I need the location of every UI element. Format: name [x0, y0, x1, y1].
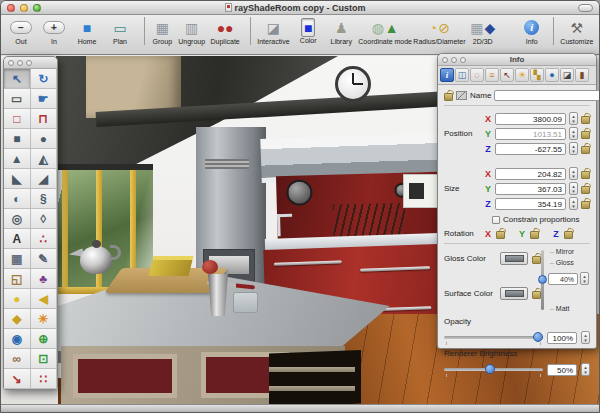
tab-pattern[interactable]: ▚ [530, 68, 544, 82]
palette-zoom-button[interactable] [26, 60, 32, 66]
tb-in[interactable]: + In [42, 17, 66, 45]
tab-selection[interactable]: ◌ [470, 68, 484, 82]
toolbar-toggle-button[interactable] [578, 4, 593, 12]
tb-coordinate-mode[interactable]: ◍ ▲ Coordinate mode [362, 17, 408, 45]
tool-ramp[interactable]: ◣ [4, 169, 31, 189]
tool-globe[interactable]: ◉ [4, 329, 31, 349]
tb-library[interactable]: ♟ Library [329, 17, 353, 45]
gloss-lock-icon[interactable] [532, 253, 541, 264]
tool-directional-light[interactable]: ◆ [4, 309, 31, 329]
lock-icon[interactable] [581, 113, 590, 124]
name-input[interactable] [494, 90, 600, 101]
brightness-slider-thumb[interactable] [485, 364, 495, 374]
tb-out[interactable]: − Out [9, 17, 33, 45]
tool-torus[interactable]: ◎ [4, 209, 31, 229]
tab-door[interactable]: ▮ [575, 68, 589, 82]
tool-spot-speaker[interactable]: ◀ [31, 289, 58, 309]
tab-material[interactable]: ● [545, 68, 559, 82]
tool-opening[interactable]: ◱ [4, 269, 31, 289]
size-value-field[interactable]: 204.82 [495, 168, 566, 180]
rotation-lock-icon[interactable] [530, 228, 539, 239]
tool-focus[interactable]: ⊡ [31, 349, 58, 369]
tb-customize[interactable]: ⚒ Customize [553, 17, 591, 45]
tab-sliders[interactable]: ≡ [485, 68, 499, 82]
tb-duplicate[interactable]: ●● Duplicate [213, 17, 238, 45]
tool-hemisphere[interactable]: ◐ [4, 189, 31, 209]
tool-node-graph[interactable]: ∷ [31, 369, 58, 389]
tool-move[interactable]: ⊕ [31, 329, 58, 349]
tool-point-path[interactable]: ∴ [31, 229, 58, 249]
tool-plane[interactable]: ▦ [4, 249, 31, 269]
stepper[interactable] [569, 197, 578, 210]
tool-solid-circle[interactable]: ● [31, 129, 58, 149]
tool-link[interactable]: ∞ [4, 349, 31, 369]
tab-cursor[interactable]: ↖ [500, 68, 514, 82]
close-button[interactable] [7, 4, 15, 12]
tool-draw-polyline[interactable]: ⊓ [31, 109, 58, 129]
opacity-slider-thumb[interactable] [533, 332, 543, 342]
tab-light[interactable]: ☀ [515, 68, 529, 82]
surface-lock-icon[interactable] [532, 288, 541, 299]
tool-pyramid[interactable]: ◭ [31, 149, 58, 169]
position-value-field[interactable]: 3800.09 [495, 113, 566, 125]
opacity-value-field[interactable]: 100% [547, 332, 577, 344]
tool-select-arrow[interactable]: ↖ [4, 69, 31, 89]
object-color-swatch[interactable] [456, 91, 467, 100]
palette-close-button[interactable] [8, 60, 14, 66]
tool-wedge[interactable]: ◢ [31, 169, 58, 189]
rotation-lock-icon[interactable] [496, 228, 505, 239]
brightness-value-field[interactable]: 50% [547, 364, 577, 376]
constrain-checkbox[interactable] [492, 216, 500, 224]
tool-light-bulb[interactable]: ● [4, 289, 31, 309]
tb-color[interactable]: ■ Color [296, 17, 320, 44]
size-value-field[interactable]: 367.03 [495, 183, 566, 195]
tool-pan-hand[interactable]: ☛ [31, 89, 58, 109]
finish-value-field[interactable]: 40% [548, 273, 578, 285]
minimize-button[interactable] [20, 4, 28, 12]
tool-transform-arrows[interactable]: ↘ [4, 369, 31, 389]
tool-plant[interactable]: ♣ [31, 269, 58, 289]
lock-icon[interactable] [581, 198, 590, 209]
lock-icon[interactable] [581, 183, 590, 194]
palette-minimize-button[interactable] [17, 60, 23, 66]
tb-radius-diameter[interactable]: ◔ ⊘ Radius/Diameter [417, 17, 462, 45]
tool-cone[interactable]: ▲ [4, 149, 31, 169]
stepper[interactable] [581, 331, 590, 344]
tab-clapper[interactable]: ◪ [560, 68, 574, 82]
tb-info[interactable]: i Info [520, 17, 544, 45]
finish-slider-track[interactable] [541, 250, 544, 310]
lock-icon[interactable] [581, 168, 590, 179]
size-value-field[interactable]: 354.19 [495, 198, 566, 210]
tool-draw-rect[interactable]: □ [4, 109, 31, 129]
position-value-field[interactable]: -627.55 [495, 143, 566, 155]
tab-info[interactable]: i [440, 68, 454, 82]
opacity-slider-track[interactable] [444, 336, 543, 339]
tool-spring[interactable]: § [31, 189, 58, 209]
stepper[interactable] [581, 363, 590, 376]
tb-ungroup[interactable]: ▥ Ungroup [180, 17, 204, 45]
lock-icon[interactable] [581, 143, 590, 154]
stepper[interactable] [569, 127, 578, 140]
name-lock-icon[interactable] [444, 90, 453, 101]
gloss-color-swatch[interactable] [500, 252, 528, 265]
stepper[interactable] [569, 167, 578, 180]
tool-text[interactable]: A [4, 229, 31, 249]
brightness-slider-track[interactable] [444, 368, 543, 371]
tool-eyedropper[interactable]: ✎ [31, 249, 58, 269]
tool-solid-square[interactable]: ■ [4, 129, 31, 149]
stepper[interactable] [580, 272, 589, 285]
rotation-lock-icon[interactable] [564, 228, 573, 239]
tb-plan[interactable]: ▭ Plan [108, 17, 132, 45]
surface-color-swatch[interactable] [500, 287, 528, 300]
tool-sun-light[interactable]: ☀ [31, 309, 58, 329]
tab-camera[interactable]: ◫ [455, 68, 469, 82]
stepper[interactable] [569, 112, 578, 125]
stepper[interactable] [569, 142, 578, 155]
finish-slider-thumb[interactable] [538, 275, 547, 284]
stepper[interactable] [569, 182, 578, 195]
tb-2d3d[interactable]: ▦ ◆ 2D/3D [471, 17, 495, 45]
position-value-field[interactable]: 1013.51 [495, 128, 566, 140]
tool-spike[interactable]: ◊ [31, 209, 58, 229]
tool-marquee[interactable]: ▭ [4, 89, 31, 109]
tb-home[interactable]: ■ Home [75, 17, 99, 45]
